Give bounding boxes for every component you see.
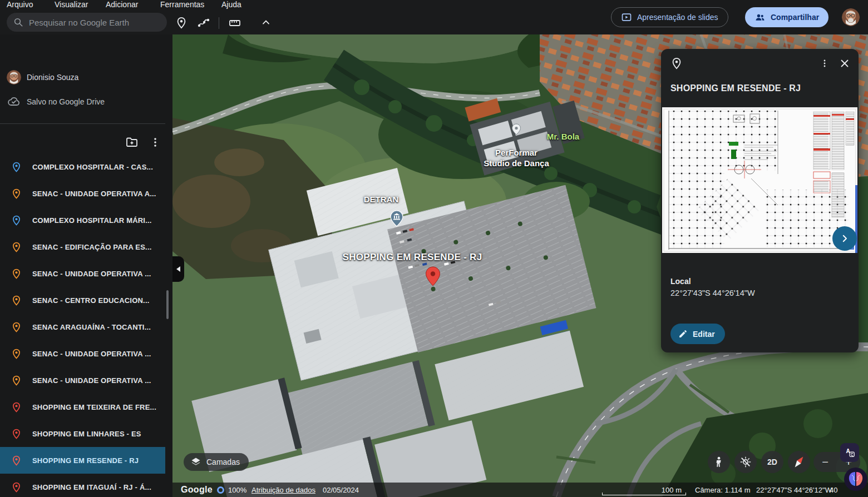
- sidebar-place-item[interactable]: SENAC - UNIDADE OPERATIVA ...: [0, 260, 165, 287]
- sidebar-place-item[interactable]: COMPLEXO HOSPITALAR MÁRI...: [0, 207, 165, 233]
- shopping-placemark-icon[interactable]: [426, 266, 441, 286]
- collapse-toolbar-icon[interactable]: [259, 16, 273, 30]
- camera-altitude: Câmera: 1.114 m: [695, 483, 750, 497]
- edit-placemark-button[interactable]: Editar: [670, 324, 725, 344]
- place-label: SENAC - UNIDADE OPERATIVA ...: [32, 270, 151, 278]
- place-pin-icon: [11, 162, 22, 172]
- place-label: SENAC - UNIDADE OPERATIVA A...: [32, 190, 156, 198]
- share-button[interactable]: Compartilhar: [745, 7, 828, 27]
- place-pin-icon: [11, 349, 22, 359]
- sidebar-place-item[interactable]: SENAC ARAGUAÍNA - TOCANTI...: [0, 314, 165, 340]
- sidebar-place-item[interactable]: SENAC - UNIDADE OPERATIVA ...: [0, 340, 165, 367]
- sidebar-place-item[interactable]: SHOPPING EM RESENDE - RJ: [0, 447, 165, 474]
- sidebar-place-item[interactable]: SENAC - EDIFICAÇÃO PARA ES...: [0, 233, 165, 260]
- google-logo: Google: [181, 483, 213, 497]
- place-pin-icon: [11, 188, 22, 199]
- sidebar-place-item[interactable]: SENAC - CENTRO EDUCACION...: [0, 287, 165, 314]
- place-label: SENAC - UNIDADE OPERATIVA ...: [32, 376, 151, 385]
- add-placemark-icon[interactable]: [174, 16, 189, 30]
- pegman-streetview-button[interactable]: [708, 451, 730, 473]
- menu-visualizar[interactable]: Visualizar: [55, 0, 88, 9]
- sidebar-place-item[interactable]: SHOPPING EM TEIXEIRA DE FRE...: [0, 394, 165, 420]
- search-input[interactable]: [29, 18, 157, 27]
- place-label: SENAC - EDIFICAÇÃO PARA ES...: [32, 243, 152, 251]
- drive-status-row: Salvo no Google Drive: [0, 93, 165, 110]
- placemark-pin-icon: [670, 57, 683, 70]
- map-label-shopping[interactable]: SHOPPING EM RESENDE - RJ: [343, 252, 482, 263]
- layers-label: Camadas: [206, 458, 240, 466]
- new-folder-button[interactable]: [125, 136, 139, 149]
- place-pin-icon: [11, 295, 22, 306]
- edit-label: Editar: [693, 330, 715, 339]
- place-pin-icon: [11, 429, 22, 439]
- drive-status-text: Salvo no Google Drive: [27, 97, 105, 106]
- place-label: SHOPPING EM RESENDE - RJ: [32, 456, 139, 465]
- menu-ajuda[interactable]: Ajuda: [221, 0, 241, 9]
- detran-poi-pin-icon[interactable]: [389, 210, 404, 227]
- panel-more-options-button[interactable]: [818, 57, 831, 70]
- sidebar-place-item[interactable]: COMPLEXO HOSPITALAR - CAS...: [0, 153, 165, 180]
- place-pin-icon: [11, 322, 22, 332]
- place-label: COMPLEXO HOSPITALAR MÁRI...: [32, 216, 152, 225]
- slideshow-icon: [621, 12, 632, 23]
- menu-ferramentas[interactable]: Ferramentas: [160, 0, 204, 9]
- translate-extension-icon[interactable]: A: [840, 443, 859, 462]
- placemark-photo-blueprint[interactable]: [662, 107, 857, 253]
- status-bar: Google 100% Atribuição de dados 02/05/20…: [172, 483, 868, 497]
- map-label-performar-1[interactable]: PerFormar: [495, 148, 537, 157]
- sidebar-scrollbar-thumb[interactable]: [166, 290, 169, 319]
- sidebar-place-item[interactable]: SHOPPING EM ITAGUAÍ - RJ - Á...: [0, 474, 165, 497]
- share-people-icon: [754, 12, 766, 23]
- map-label-mr-bola[interactable]: Mr. Bola: [547, 132, 579, 141]
- sidebar-place-item[interactable]: SHOPPING EM LINHARES - ES: [0, 420, 165, 447]
- loading-ring-icon: [217, 486, 224, 494]
- performar-poi-pin-icon[interactable]: [512, 123, 521, 135]
- place-label: SHOPPING EM ITAGUAÍ - RJ - Á...: [32, 483, 151, 491]
- place-label: SENAC ARAGUAÍNA - TOCANTI...: [32, 323, 151, 331]
- terrain-altitude-clipped: 40: [830, 483, 837, 497]
- place-label: COMPLEXO HOSPITALAR - CAS...: [32, 163, 153, 171]
- slideshow-button[interactable]: Apresentação de slides: [611, 7, 728, 27]
- panel-close-button[interactable]: [838, 57, 851, 70]
- 2d-mode-button[interactable]: 2D: [761, 451, 783, 473]
- collapse-left-icon: [176, 266, 180, 272]
- placemark-title: SHOPPING EM RESENDE - RJ: [670, 83, 801, 93]
- project-more-options-button[interactable]: [149, 136, 162, 149]
- imagery-zoom-percent: 100%: [228, 483, 246, 497]
- zoom-out-button[interactable]: −: [813, 452, 837, 472]
- draw-path-icon[interactable]: [196, 16, 211, 30]
- map-label-performar-2[interactable]: Studio de Dança: [484, 158, 549, 168]
- project-owner-row: Dionisio Souza: [0, 69, 165, 86]
- cursor-coordinates: 22°27'47"S 44°26'12"W: [756, 483, 832, 497]
- menu-arquivo[interactable]: Arquivo: [7, 0, 33, 9]
- measure-icon[interactable]: [228, 16, 242, 30]
- account-avatar[interactable]: [842, 8, 860, 26]
- menu-adicionar[interactable]: Adicionar: [106, 0, 138, 9]
- slideshow-label: Apresentação de slides: [637, 13, 718, 22]
- data-attribution-link[interactable]: Atribuição de dados: [251, 483, 315, 497]
- brain-extension-icon[interactable]: [844, 468, 867, 491]
- map-label-detran[interactable]: DETRAN: [364, 195, 399, 204]
- sidebar-place-item[interactable]: SENAC - UNIDADE OPERATIVA A...: [0, 180, 165, 207]
- place-pin-icon: [11, 375, 22, 386]
- toolbar-divider: [219, 17, 219, 29]
- scale-bar: [602, 493, 686, 495]
- sidebar-place-item[interactable]: SENAC - UNIDADE OPERATIVA ...: [0, 367, 165, 394]
- top-bar: Arquivo Visualizar Adicionar Ferramentas…: [0, 0, 868, 34]
- place-pin-icon: [11, 482, 22, 493]
- layers-icon: [190, 456, 201, 468]
- search-icon: [13, 17, 23, 27]
- compass-button[interactable]: [788, 451, 810, 473]
- cloud-saved-icon: [7, 95, 21, 108]
- placemark-panel: SHOPPING EM RESENDE - RJ: [661, 49, 859, 352]
- imagery-date: 02/05/2024: [323, 483, 359, 497]
- pencil-icon: [678, 329, 688, 339]
- place-pin-icon: [11, 402, 22, 412]
- next-photo-button[interactable]: [832, 226, 857, 251]
- search-box[interactable]: [7, 13, 167, 32]
- place-label: SENAC - UNIDADE OPERATIVA ...: [32, 350, 151, 358]
- sidebar-collapse-handle[interactable]: [172, 256, 184, 282]
- sun-lighting-off-button[interactable]: [734, 451, 757, 473]
- layers-button[interactable]: Camadas: [184, 453, 249, 471]
- share-label: Compartilhar: [771, 13, 819, 22]
